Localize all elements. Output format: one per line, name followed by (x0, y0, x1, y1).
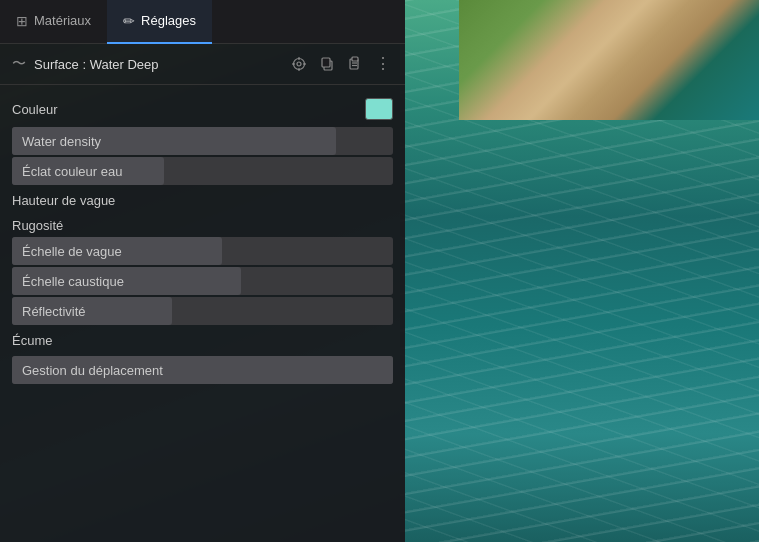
rugosite-label: Rugosité (12, 218, 63, 233)
prop-ecume: Écume (0, 327, 405, 354)
reflectivite-label: Réflectivité (22, 304, 86, 319)
couleur-swatch[interactable] (365, 98, 393, 120)
eclat-slider[interactable]: Éclat couleur eau (12, 157, 393, 185)
prop-rugosite: Rugosité (0, 214, 405, 235)
target-button[interactable] (289, 54, 309, 74)
echelle-vague-label: Échelle de vague (22, 244, 122, 259)
more-icon: ⋮ (375, 56, 391, 72)
materiaux-icon: ⊞ (16, 13, 28, 29)
tab-reglages-label: Réglages (141, 13, 196, 28)
prop-couleur: Couleur (0, 93, 405, 125)
copy-button[interactable] (317, 54, 337, 74)
svg-rect-7 (322, 58, 330, 67)
beach-area (459, 0, 759, 120)
tab-bar: ⊞ Matériaux ✏ Réglages (0, 0, 405, 44)
eclat-label: Éclat couleur eau (22, 164, 122, 179)
echelle-caustique-label: Échelle caustique (22, 274, 124, 289)
svg-point-1 (297, 62, 301, 66)
prop-hauteur: Hauteur de vague (0, 187, 405, 214)
surface-title: Surface : Water Deep (34, 57, 281, 72)
tab-materiaux[interactable]: ⊞ Matériaux (0, 0, 107, 44)
prop-couleur-label: Couleur (12, 102, 357, 117)
prop-eclat: Éclat couleur eau (12, 157, 393, 185)
hauteur-label: Hauteur de vague (12, 193, 115, 208)
surface-actions: ⋮ (289, 54, 393, 74)
reglages-icon: ✏ (123, 13, 135, 29)
ecume-label: Écume (12, 333, 52, 348)
tab-reglages[interactable]: ✏ Réglages (107, 0, 212, 44)
svg-point-0 (294, 59, 305, 70)
reflectivite-slider[interactable]: Réflectivité (12, 297, 393, 325)
paste-button[interactable] (345, 54, 365, 74)
water-density-label: Water density (22, 134, 101, 149)
prop-echelle-vague: Échelle de vague (12, 237, 393, 265)
prop-gestion-deplacement: Gestion du déplacement (12, 356, 393, 384)
echelle-vague-slider[interactable]: Échelle de vague (12, 237, 393, 265)
water-density-slider[interactable]: Water density (12, 127, 393, 155)
surface-wave-icon: 〜 (12, 55, 26, 73)
svg-rect-9 (352, 57, 358, 61)
surface-header: 〜 Surface : Water Deep (0, 44, 405, 85)
more-button[interactable]: ⋮ (373, 54, 393, 74)
properties-list: Couleur Water density Éclat couleur eau … (0, 85, 405, 542)
prop-echelle-caustique: Échelle caustique (12, 267, 393, 295)
gestion-deplacement-slider[interactable]: Gestion du déplacement (12, 356, 393, 384)
gestion-deplacement-label: Gestion du déplacement (22, 363, 163, 378)
tab-materiaux-label: Matériaux (34, 13, 91, 28)
echelle-caustique-slider[interactable]: Échelle caustique (12, 267, 393, 295)
panel: ⊞ Matériaux ✏ Réglages 〜 Surface : Water… (0, 0, 405, 542)
prop-water-density: Water density (12, 127, 393, 155)
prop-reflectivite: Réflectivité (12, 297, 393, 325)
